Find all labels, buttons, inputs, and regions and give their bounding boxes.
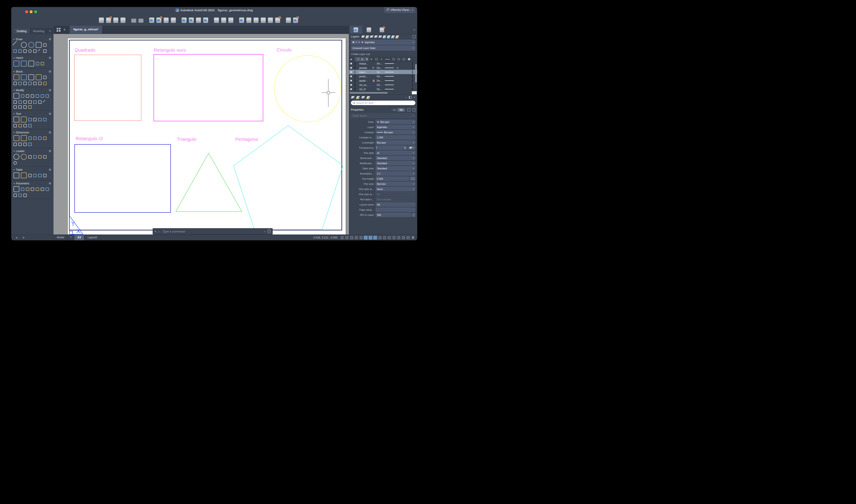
layer-select[interactable]: legendas▾ [375, 125, 415, 129]
gear-icon[interactable]: ⚙ [49, 70, 51, 73]
ellipse-tool[interactable] [28, 49, 32, 53]
hatch-settings-tool[interactable] [41, 62, 44, 65]
rotate-tool[interactable] [26, 94, 29, 98]
multileader-style-select[interactable]: Standard▾ [375, 161, 415, 165]
plot-style-table-select[interactable]: None▾ [375, 187, 415, 191]
new-drawing-tab-button[interactable]: + [64, 28, 66, 32]
unisolate-layer-icon[interactable] [356, 96, 360, 98]
paper-model-toggle[interactable] [340, 236, 344, 240]
layer-row-janelas[interactable]: janelas ❄ De... ▨ [349, 66, 417, 70]
gear-icon[interactable]: ⚙ [49, 131, 51, 134]
break-tool[interactable] [43, 101, 47, 104]
chevron-down-icon[interactable]: ▾ [14, 57, 15, 59]
make-current-layer-icon[interactable] [361, 35, 365, 38]
add-layout-button[interactable]: + [16, 236, 18, 239]
collect-leaders-tool[interactable] [14, 161, 17, 165]
command-line[interactable]: >_ ▾ Type a command ▴ [153, 228, 273, 234]
space-select[interactable]: Paper Space ▾ [351, 113, 415, 118]
export-button[interactable] [189, 18, 194, 23]
layer-lineweight[interactable]: De... [377, 88, 385, 91]
linear-constraint-tool[interactable] [23, 194, 27, 197]
lock-icon[interactable]: 🔒 [372, 79, 377, 82]
baseline-dimension-tool[interactable] [38, 137, 41, 140]
quick-leader-tool[interactable] [38, 155, 41, 159]
dimension-style-select[interactable]: Standard▾ [375, 156, 415, 160]
tab-drafting[interactable]: Drafting [13, 28, 30, 34]
ray-tool[interactable] [23, 49, 27, 53]
layer-linetype[interactable] [385, 80, 397, 81]
label-circulo[interactable]: Circulo [277, 48, 292, 53]
layer-linetype[interactable] [385, 76, 397, 77]
tab-references-palette[interactable] [363, 26, 375, 34]
point-style-button[interactable] [261, 18, 266, 23]
tab-a3[interactable]: A3 [74, 235, 84, 240]
chevron-down-icon[interactable]: ▾ [14, 169, 15, 171]
plot-column-icon[interactable] [391, 58, 396, 60]
edit-block-tool[interactable] [28, 74, 34, 80]
linetype-select[interactable]: ByLayer▾ [375, 130, 415, 134]
chevron-down-icon[interactable]: ▾ [14, 38, 15, 40]
tab-quick-calc-palette[interactable] [375, 26, 388, 34]
import-button[interactable] [181, 18, 187, 23]
pan-button[interactable] [221, 18, 226, 23]
layer-on-icon[interactable] [350, 71, 355, 73]
purge-block-tool[interactable] [38, 82, 41, 85]
sync-attributes-tool[interactable] [18, 82, 22, 85]
center-mark-tool[interactable] [33, 137, 37, 140]
layer-row-quadrado[interactable]: quadr... 🔒 De... [349, 78, 417, 83]
layer-on-icon[interactable] [350, 84, 355, 86]
layer-lineweight[interactable]: De... [377, 75, 385, 78]
attach-reference-button[interactable] [196, 18, 201, 23]
manage-attributes-tool[interactable] [14, 82, 17, 85]
transparency-mode-select[interactable]: ▾ [408, 146, 415, 150]
layer-linetype[interactable] [385, 72, 397, 72]
name-column-header[interactable]: N...⇅▲ [355, 57, 369, 61]
geometric-constraint-tool[interactable] [14, 186, 19, 192]
next-scale-button[interactable] [392, 236, 396, 240]
multiline-text-tool[interactable] [14, 116, 19, 122]
open-file-button[interactable] [106, 18, 111, 23]
pick-text-height-button[interactable] [410, 177, 415, 181]
aligned-constraint-tool[interactable] [41, 187, 44, 191]
lineweight-display-toggle[interactable] [359, 236, 363, 240]
isolate-layer-icon[interactable] [351, 96, 354, 98]
columns-settings-icon[interactable] [409, 96, 412, 98]
more-palettes-button[interactable]: » [414, 26, 417, 34]
change-space-tool[interactable] [18, 105, 22, 109]
tab-modeling[interactable]: Modeling [30, 28, 47, 34]
viewport-color-swatch[interactable] [412, 88, 413, 91]
smart-dimension-tool[interactable] [14, 135, 19, 141]
scale-tool[interactable] [33, 101, 37, 104]
table-tool[interactable] [14, 173, 19, 178]
gear-icon[interactable]: ⚙ [49, 182, 51, 185]
expand-history-icon[interactable]: ▴ [264, 230, 265, 232]
share-drawing-button[interactable] [293, 18, 298, 23]
dpi-stepper[interactable]: ▲▼ [412, 213, 415, 217]
unlock-layer-icon[interactable] [396, 35, 399, 38]
edit-layer-icon[interactable] [366, 35, 369, 38]
update-table-tool[interactable] [43, 174, 47, 177]
auto-annotation-scale-toggle[interactable] [401, 236, 405, 240]
geolocation-button[interactable] [254, 18, 259, 23]
transparency-input[interactable]: 0 [375, 146, 407, 150]
previous-scale-button[interactable] [383, 236, 387, 240]
layer-lineweight[interactable]: De... [377, 71, 385, 73]
layer-lineweight[interactable]: De... [377, 67, 385, 69]
copy-tool[interactable] [21, 94, 24, 98]
lineweight-select[interactable]: ByLayer▾ [375, 140, 415, 145]
text-style-tool[interactable] [38, 118, 41, 121]
vertical-scrollbar[interactable] [415, 64, 417, 83]
layer-lineweight[interactable]: De... [377, 62, 385, 65]
define-attribute-tool[interactable] [43, 76, 47, 79]
layer-on-icon[interactable] [350, 80, 355, 82]
freeze-layer-icon[interactable] [383, 35, 386, 38]
gear-icon[interactable]: ⚙ [49, 56, 51, 59]
arc-tool[interactable] [21, 42, 27, 48]
save-button[interactable] [113, 18, 118, 23]
layer-off-icon[interactable] [387, 35, 390, 38]
label-pentagono[interactable]: Pentagono [235, 137, 258, 142]
layout-list-icon[interactable]: ≡ [23, 236, 24, 239]
label-quadrado[interactable]: Quadrado [75, 48, 95, 53]
align-tool[interactable] [23, 105, 27, 109]
layer-row-ret-r2[interactable]: ret_r2 De... [349, 87, 417, 91]
